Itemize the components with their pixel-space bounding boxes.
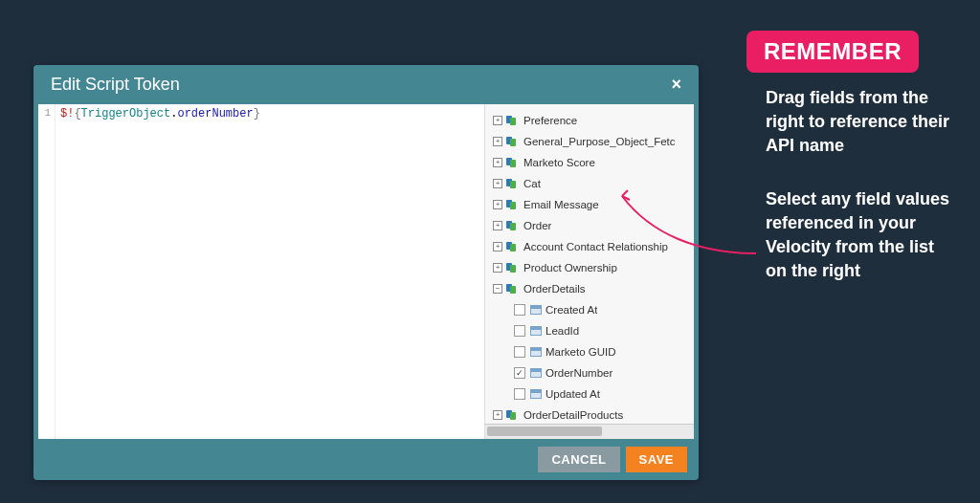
tree-item-label: Marketo Score [523,154,595,171]
object-icon [506,137,520,146]
tree-object-item[interactable]: +OrderDetailProducts [485,405,694,424]
code-area[interactable]: $!{TriggerObject.orderNumber} [56,104,265,439]
tree-item-label: General_Purpose_Object_Fetc [523,133,676,150]
horizontal-scrollbar[interactable] [485,424,694,439]
tree-item-label: Order [523,217,551,234]
tree-object-item[interactable]: +Preference [485,110,694,131]
expand-icon[interactable]: + [493,116,502,125]
field-checkbox[interactable]: ✓ [514,367,525,379]
tree-item-label: Email Message [523,196,599,213]
remember-badge: REMEMBER [746,31,919,73]
tree-object-item[interactable]: +General_Purpose_Object_Fetc [485,131,694,152]
line-number: 1 [44,107,51,119]
expand-icon[interactable]: + [493,158,502,167]
token-object: TriggerObject [81,107,171,120]
dialog-body: 1 $!{TriggerObject.orderNumber} +Prefere… [38,104,694,439]
edit-script-token-dialog: Edit Script Token × 1 $!{TriggerObject.o… [33,65,699,480]
save-button[interactable]: SAVE [626,447,687,472]
tree-item-label: OrderDetails [523,280,586,297]
note-p1: Drag fields from the right to reference … [746,86,957,159]
expand-icon[interactable]: + [493,263,502,273]
close-icon[interactable]: × [671,75,681,95]
expand-icon[interactable]: + [493,137,502,146]
field-icon [530,326,542,336]
tree-item-label: OrderDetailProducts [523,406,623,424]
tree-field-item[interactable]: ✓OrderNumber [485,362,694,383]
object-icon [506,410,520,420]
field-icon [530,389,542,399]
token-property: orderNumber [177,107,253,120]
field-checkbox[interactable] [514,325,525,337]
token-rbrace: } [254,107,260,120]
object-icon [506,200,520,209]
expand-icon[interactable]: + [493,410,502,420]
token-dollar: $! [60,107,74,120]
field-tree[interactable]: +Preference+General_Purpose_Object_Fetc+… [485,104,694,424]
script-editor[interactable]: 1 $!{TriggerObject.orderNumber} [38,104,485,439]
tree-object-item[interactable]: +Marketo Score [485,152,694,173]
tree-object-item[interactable]: +Email Message [485,194,694,215]
field-tree-pane: +Preference+General_Purpose_Object_Fetc+… [485,104,694,439]
expand-icon[interactable]: + [493,242,502,252]
tree-item-label: Cat [523,175,541,192]
field-icon [530,368,542,378]
field-icon [530,347,542,357]
expand-icon[interactable]: + [493,200,502,209]
tree-item-label: Account Contact Relationship [523,238,668,255]
cancel-button[interactable]: CANCEL [538,447,619,472]
field-checkbox[interactable] [514,346,525,358]
expand-icon[interactable]: − [493,284,502,294]
object-icon [506,284,520,294]
object-icon [506,242,520,252]
object-icon [506,263,520,273]
object-icon [506,158,520,167]
editor-gutter: 1 [38,104,56,439]
field-icon [530,305,542,315]
object-icon [506,116,520,125]
tree-item-label: Preference [523,112,577,129]
tree-item-label: OrderNumber [546,364,612,382]
tree-object-item[interactable]: +Product Ownership [485,257,694,278]
tree-object-item[interactable]: +Account Contact Relationship [485,236,694,257]
tree-item-label: Updated At [546,385,600,403]
tree-item-label: LeadId [546,322,579,339]
expand-icon[interactable]: + [493,179,502,188]
expand-icon[interactable]: + [493,221,502,230]
tree-field-item[interactable]: LeadId [485,320,694,341]
dialog-title: Edit Script Token [51,75,180,95]
tree-field-item[interactable]: Created At [485,299,694,320]
tree-object-item[interactable]: +Cat [485,173,694,194]
note-p2: Select any field values referenced in yo… [746,187,957,284]
tree-item-label: Created At [546,301,597,318]
tree-field-item[interactable]: Marketo GUID [485,341,694,362]
field-checkbox[interactable] [514,304,525,316]
dialog-header: Edit Script Token × [33,65,699,104]
object-icon [506,221,520,230]
token-lbrace: { [74,107,80,120]
tree-item-label: Marketo GUID [546,343,616,361]
dialog-footer: CANCEL SAVE [33,439,699,480]
tree-field-item[interactable]: Updated At [485,383,694,405]
field-checkbox[interactable] [514,388,525,400]
tree-object-item[interactable]: −OrderDetails [485,278,694,299]
tree-object-item[interactable]: +Order [485,215,694,236]
annotation-note: REMEMBER Drag fields from the right to r… [746,31,957,283]
tree-item-label: Product Ownership [523,259,617,276]
scrollbar-thumb[interactable] [487,426,602,436]
object-icon [506,179,520,188]
